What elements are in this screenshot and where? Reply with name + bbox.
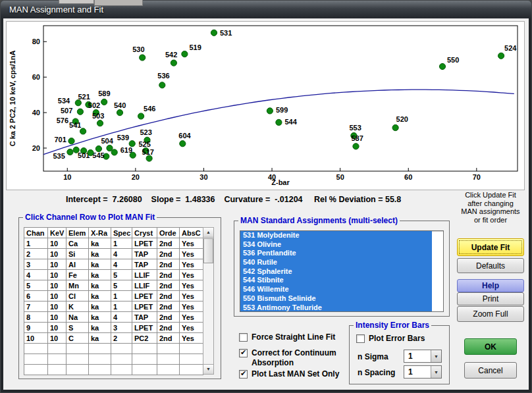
table-cell: 7: [24, 301, 48, 312]
list-item[interactable]: 546 Willemite: [240, 285, 432, 294]
table-cell: 2nd: [157, 291, 180, 301]
zoom-full-button[interactable]: Zoom Full: [457, 306, 524, 322]
table-row[interactable]: 110Caka1LPET2ndYes: [24, 238, 203, 249]
data-point[interactable]: [97, 120, 103, 126]
table-empty-row: [24, 344, 203, 354]
table-row[interactable]: 510Mnka5LLIF2ndYes: [24, 280, 203, 291]
table-cell: 2nd: [157, 323, 180, 333]
scroll-down-icon[interactable]: ▼: [203, 364, 213, 374]
list-item[interactable]: 544 Stibnite: [240, 276, 432, 285]
man-standards-listbox[interactable]: 531 Molybdenite534 Olivine536 Pentlandit…: [240, 230, 444, 312]
table-row[interactable]: 610Clka1LPET2ndYes: [24, 291, 203, 301]
channel-table[interactable]: ChanKeVElemX-RaSpecCrystOrdeAbsC110Caka1…: [24, 227, 203, 375]
table-cell: 10: [48, 291, 66, 301]
print-button[interactable]: Print: [457, 292, 524, 305]
data-point[interactable]: [159, 82, 165, 88]
continuum-absorption-checkbox[interactable]: Correct for Continuum Absorption: [239, 348, 352, 368]
table-cell: 10: [48, 238, 66, 249]
data-point[interactable]: [68, 138, 74, 144]
table-cell: Yes: [180, 301, 203, 312]
checkbox-label: Force Straight Line Fit: [252, 332, 335, 342]
ok-button[interactable]: OK: [464, 338, 517, 355]
data-point[interactable]: [171, 60, 176, 66]
chevron-down-icon[interactable]: ▼: [431, 350, 441, 362]
n-spacing-dropdown[interactable]: 1 ▼: [404, 365, 442, 379]
table-cell: ka: [89, 270, 111, 280]
x-axis-label: Z-bar: [271, 178, 290, 186]
list-item[interactable]: 542 Sphalerite: [240, 267, 432, 276]
cancel-button[interactable]: Cancel: [464, 362, 517, 379]
table-row[interactable]: 410Feka5LLIF2ndYes: [24, 270, 203, 280]
table-row[interactable]: 910Ska3LPET2ndYes: [24, 323, 203, 333]
data-point[interactable]: [211, 30, 217, 36]
table-cell: 2: [111, 333, 132, 344]
table-cell: 2: [24, 249, 48, 259]
table-row[interactable]: 1010Cka2PC22ndYes: [24, 333, 203, 344]
table-cell: TAP: [132, 259, 157, 270]
data-point[interactable]: [138, 113, 144, 119]
data-point[interactable]: [77, 109, 83, 115]
list-item[interactable]: 540 Rutile: [240, 258, 432, 267]
data-point[interactable]: [498, 53, 504, 59]
table-cell: [111, 365, 132, 375]
scroll-up-icon[interactable]: ▲: [203, 228, 213, 238]
data-point[interactable]: [392, 124, 398, 130]
scrollbar-thumb[interactable]: [203, 238, 213, 263]
data-point[interactable]: [439, 63, 445, 69]
table-cell: Yes: [180, 249, 203, 259]
data-point[interactable]: [267, 108, 273, 114]
chevron-down-icon[interactable]: ▼: [431, 366, 441, 378]
data-point[interactable]: [111, 149, 117, 155]
table-cell: [180, 365, 203, 375]
data-point[interactable]: [73, 147, 79, 153]
data-point[interactable]: [276, 119, 282, 125]
defaults-button[interactable]: Defaults: [457, 258, 524, 273]
data-point[interactable]: [140, 55, 146, 61]
data-point[interactable]: [88, 149, 93, 155]
table-cell: 1: [111, 301, 132, 312]
table-row[interactable]: 810Naka4TAP2ndYes: [24, 312, 203, 323]
data-point-label: 541: [69, 121, 81, 129]
data-point[interactable]: [146, 155, 152, 161]
table-row[interactable]: 710Kka1LPET2ndYes: [24, 301, 203, 312]
data-point[interactable]: [75, 100, 81, 106]
table-cell: 3: [111, 323, 132, 333]
checkbox-box: [356, 334, 365, 343]
table-cell: Mn: [66, 280, 89, 291]
table-empty-row: [24, 354, 203, 365]
background-window-fragment: [94, 0, 143, 6]
plot-last-man-set-checkbox[interactable]: Plot Last MAN Set Only: [239, 369, 339, 379]
plot-error-bars-checkbox[interactable]: Plot Error Bars: [356, 334, 425, 344]
chart-panel: 1020304050607020406080531519524530542550…: [6, 21, 525, 190]
data-point[interactable]: [67, 149, 73, 155]
table-cell: ka: [89, 291, 111, 301]
table-cell: [89, 354, 111, 365]
table-row[interactable]: 310Alka4TAP2ndYes: [24, 259, 203, 270]
table-cell: ka: [89, 301, 111, 312]
list-item[interactable]: 534 Olivine: [240, 240, 432, 249]
channel-table-scrollbar[interactable]: ▲ ▼: [203, 227, 214, 375]
data-point[interactable]: [180, 141, 186, 147]
data-point[interactable]: [95, 145, 101, 151]
table-cell: LPET: [132, 323, 157, 333]
table-cell: [180, 354, 203, 365]
data-point[interactable]: [117, 110, 122, 116]
data-point[interactable]: [353, 144, 359, 149]
table-row[interactable]: 210Sika4TAP2ndYes: [24, 249, 203, 259]
list-item[interactable]: 536 Pentlandite: [240, 249, 432, 258]
man-fit-chart[interactable]: 1020304050607020406080531519524530542550…: [7, 22, 524, 190]
n-sigma-value: 1: [404, 350, 431, 362]
data-point-label: 521: [78, 93, 90, 101]
table-cell: 10: [48, 259, 66, 270]
checkbox-label: Plot Error Bars: [369, 334, 425, 344]
force-straight-line-checkbox[interactable]: Force Straight Line Fit: [239, 332, 335, 342]
list-item[interactable]: 553 Antimony Telluride: [240, 303, 432, 313]
update-fit-button[interactable]: Update Fit: [457, 238, 524, 256]
data-point[interactable]: [182, 51, 188, 57]
update-fit-note: Click Update Fit after changing MAN assi…: [454, 191, 527, 224]
list-item[interactable]: 550 Bismuth Selinide: [240, 294, 432, 303]
n-sigma-dropdown[interactable]: 1 ▼: [404, 350, 442, 363]
data-point[interactable]: [101, 99, 107, 105]
help-button[interactable]: Help: [457, 279, 524, 292]
list-item[interactable]: 531 Molybdenite: [240, 231, 432, 240]
